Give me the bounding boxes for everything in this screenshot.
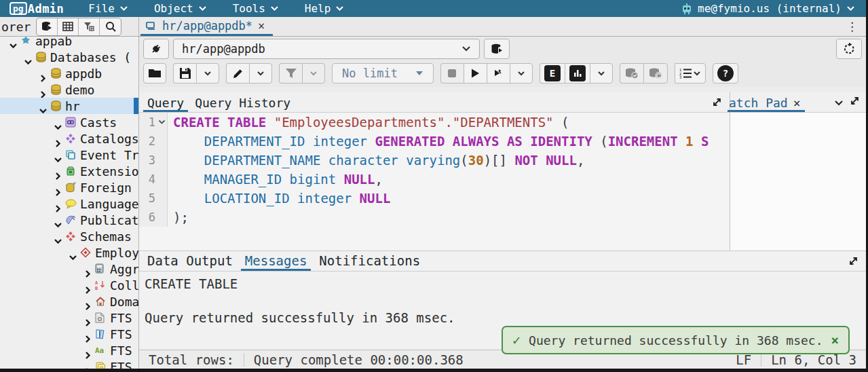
tab-notifications[interactable]: Notifications [315, 253, 424, 271]
tab-query[interactable]: Query [143, 94, 188, 112]
chevron-down-icon [204, 71, 212, 77]
explain-button[interactable]: E [540, 63, 565, 83]
pgadmin-logo: pg Admin [10, 2, 64, 16]
scratch-pad-body[interactable] [730, 113, 866, 250]
execute-dropdown-button[interactable] [510, 63, 533, 83]
tab-messages[interactable]: Messages [241, 253, 312, 271]
message-line: CREATE TABLE [145, 276, 866, 293]
filter-dropdown-button[interactable] [302, 63, 325, 83]
commit-button[interactable] [620, 63, 643, 83]
tree-item-domains[interactable]: Domains [0, 293, 138, 310]
filter-button[interactable] [79, 18, 100, 35]
tree-item-publications[interactable]: Publications [0, 212, 138, 228]
chevron-down-icon [517, 71, 525, 77]
tree-item-catalogs[interactable]: Catalogs [0, 130, 138, 147]
ext-icon [65, 166, 77, 176]
question-icon: ? [717, 65, 734, 81]
code-text: LOCATION_ID integer NULL [168, 189, 390, 208]
tree-item-label: Databases ( [50, 50, 131, 64]
search-button[interactable] [100, 18, 121, 35]
chevron-down-icon [257, 71, 265, 77]
lang-icon [65, 199, 77, 209]
menu-tools[interactable]: Tools [233, 2, 279, 15]
tab-data-output[interactable]: Data Output [143, 253, 237, 271]
new-connection-button[interactable] [37, 18, 58, 35]
expand-output-button[interactable] [848, 255, 859, 267]
close-icon[interactable]: × [793, 96, 801, 110]
tab-query-history[interactable]: Query History [191, 94, 295, 112]
filter-button[interactable] [279, 63, 302, 83]
edit-dropdown-button[interactable] [249, 63, 272, 83]
catalog-icon [65, 133, 77, 144]
terminal-icon [146, 21, 157, 31]
tree-item-fts-dictionaries[interactable]: FTS Dictionaries [0, 326, 138, 342]
expand-icon [848, 255, 859, 267]
search-icon [105, 20, 117, 33]
menu-list: File Object Tools Help [88, 2, 344, 15]
tree-item-appdb[interactable]: appdb [0, 65, 138, 81]
tree-item-collations[interactable]: ABCollations [0, 277, 138, 293]
fold-chevron-icon[interactable] [157, 113, 168, 132]
cast-icon [65, 117, 77, 128]
tree-item-fts-parsers[interactable]: AaFTS Parsers [0, 342, 138, 358]
code-text: ); [168, 208, 189, 227]
tree-item-appab[interactable]: appab [0, 37, 138, 49]
rollback-button[interactable] [643, 63, 668, 83]
tree-item-languages[interactable]: Languages [0, 196, 138, 212]
tree-item-extensions[interactable]: Extensions [0, 163, 138, 179]
row-limit-select[interactable]: No limit [332, 63, 434, 83]
connection-select[interactable]: hr/app@appdb [173, 39, 480, 59]
tree-item-employeesdepartments[interactable]: EmployeesDepartments [0, 244, 138, 261]
tree-item-fts-configurations[interactable]: FTS Configurations [0, 310, 138, 326]
menu-file[interactable]: File [88, 2, 128, 15]
expand-editor-button[interactable] [711, 96, 723, 108]
grid-button[interactable] [58, 18, 79, 35]
chevron-down-icon [335, 5, 344, 12]
tree-item-databases[interactable]: Databases ( [0, 49, 138, 65]
connection-status-button[interactable] [143, 39, 169, 59]
refresh-button[interactable] [836, 39, 862, 59]
tree-item-label: demo [65, 83, 94, 97]
tab-scratch-pad[interactable]: atch Pad × [728, 96, 805, 112]
tree-item-event-triggers[interactable]: Event Triggers [0, 147, 138, 163]
layout-menu-button[interactable]: ⋮ [846, 17, 858, 36]
explain-analyze-button[interactable] [565, 63, 590, 83]
edit-button[interactable] [226, 63, 249, 83]
dom-icon [95, 297, 107, 307]
close-icon[interactable]: × [258, 19, 265, 33]
help-button[interactable]: ? [713, 63, 738, 83]
query-tool-tab[interactable]: hr/app@appdb* × [140, 17, 273, 36]
stop-button[interactable] [440, 63, 464, 83]
save-button[interactable] [173, 63, 196, 83]
chevron-down-icon [834, 100, 844, 107]
execute-button[interactable] [464, 63, 487, 83]
macros-button[interactable]: 123 [675, 63, 706, 83]
sql-editor[interactable]: 1CREATE TABLE "EmployeesDepartments"."DE… [139, 113, 730, 250]
schema-icon [80, 247, 92, 258]
tree-item-demo[interactable]: demo [0, 81, 138, 98]
sub-bar: orer hr/app@appdb* × [0, 17, 866, 37]
tree-item-casts[interactable]: Casts [0, 114, 138, 130]
execute-options-button[interactable] [487, 63, 510, 83]
user-menu[interactable]: me@fymio.us (internal) [681, 2, 855, 15]
tree-item-schemas[interactable]: Schemas [0, 228, 138, 244]
output-tabs: Data Output Messages Notifications [139, 251, 866, 272]
menu-help[interactable]: Help [305, 2, 345, 15]
scratch-pad-menu-button[interactable] [834, 100, 844, 107]
close-icon[interactable]: × [831, 333, 839, 348]
expand-scratch-pad-button[interactable] [849, 95, 861, 107]
object-explorer-tree: appabDatabases (appdbdemohrCastsCatalogs… [0, 37, 139, 369]
query-tool-panel: hr/app@appdb [139, 37, 866, 369]
tree-item-label: Casts [80, 115, 117, 130]
save-dropdown-button[interactable] [196, 63, 219, 83]
tree-item-aggregates[interactable]: Aggregates [0, 261, 138, 277]
menu-object[interactable]: Object [154, 2, 207, 15]
open-file-button[interactable] [143, 63, 166, 83]
new-query-tool-button[interactable] [484, 39, 510, 59]
tree-item-hr[interactable]: hr [0, 98, 138, 114]
tree-item-foreign-data-wrappers[interactable]: Foreign Data Wrappers [0, 179, 138, 196]
tree-item-fts-templates[interactable]: FTS Templates [0, 358, 138, 369]
explain-dropdown-button[interactable] [590, 63, 613, 83]
server-icon [20, 37, 33, 46]
code-line-1: 1CREATE TABLE "EmployeesDepartments"."DE… [139, 113, 730, 132]
